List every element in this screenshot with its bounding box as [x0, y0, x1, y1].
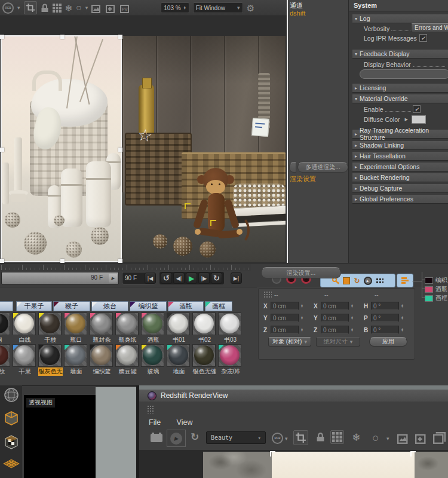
record-square-icon[interactable] — [343, 277, 350, 284]
section-material-override[interactable]: ▾Material Override — [352, 94, 448, 103]
rot-b-field[interactable]: 0 ° — [371, 326, 399, 334]
next-frame-button[interactable]: |▶ — [198, 272, 210, 284]
circle-mask-icon[interactable]: ○ — [372, 432, 379, 443]
timeline-ruler[interactable] — [0, 264, 251, 271]
viewport-label[interactable]: 透视视图 — [26, 398, 55, 407]
zoom-level-field[interactable]: 103 %▲▼ — [161, 2, 189, 13]
panel-divider[interactable] — [287, 0, 288, 263]
pos-x-field[interactable]: 0 cm — [271, 302, 299, 310]
image-compare-icon[interactable] — [397, 432, 410, 444]
section-bucket-rendering[interactable]: ▸Bucket Rendering — [352, 173, 448, 182]
ipr-checkbox[interactable]: ✓ — [419, 34, 427, 42]
material-item[interactable]: 墙面 — [64, 344, 88, 376]
layer-color-swatch[interactable] — [425, 277, 433, 284]
snowflake-freeze-icon[interactable]: ❄ — [352, 433, 360, 443]
enable-checkbox[interactable]: ✓ — [413, 105, 421, 113]
material-item[interactable]: 干枝 — [38, 312, 63, 344]
snapshot-icon[interactable] — [150, 432, 163, 444]
lock-icon[interactable] — [41, 4, 49, 13]
material-item[interactable]: 书02 — [192, 312, 217, 344]
rgb-channel-icon[interactable]: RGB — [272, 433, 283, 444]
refresh-icon[interactable]: ↻ — [191, 432, 199, 442]
material-item[interactable]: 酒瓶 — [141, 312, 165, 344]
material-item[interactable]: 玻璃 — [141, 344, 165, 376]
chevron-down-icon[interactable]: ▾ — [285, 436, 288, 442]
selection-handle[interactable] — [118, 259, 122, 263]
material-item[interactable]: 书01 — [167, 312, 191, 344]
textured-cube-icon[interactable] — [3, 434, 20, 451]
render-region-selection[interactable] — [1, 35, 122, 262]
material-item[interactable]: 银色无缝 — [192, 344, 217, 376]
layer-tab-bottle[interactable]: 酒瓶 — [168, 301, 204, 311]
selection-handle[interactable] — [0, 35, 4, 39]
timeline-scrubber[interactable]: 90 F ▶ — [1, 272, 119, 284]
pos-z-field[interactable]: 0 cm — [271, 326, 299, 334]
menu-view[interactable]: View — [177, 418, 193, 427]
section-log[interactable]: ▾Log — [352, 14, 448, 23]
jump-end-button[interactable]: ▶| — [231, 272, 242, 284]
chevron-down-icon[interactable]: ▾ — [17, 5, 20, 11]
rot-p-field[interactable]: 0 ° — [371, 314, 399, 322]
render-viewport[interactable]: ☆ — [0, 16, 287, 263]
cycle-icon[interactable]: ↻ — [354, 277, 360, 285]
render-settings-button[interactable]: 渲染设置... — [261, 267, 341, 278]
selection-handle[interactable] — [0, 148, 4, 152]
expand-arrow-icon[interactable]: ▶ — [405, 117, 408, 122]
circle-mask-icon[interactable]: ○ — [76, 3, 82, 13]
menu-file[interactable]: File — [149, 418, 161, 427]
image-layers-icon[interactable] — [433, 432, 446, 444]
material-item[interactable]: 杂志06 — [218, 344, 243, 376]
solo-layer-icon[interactable] — [397, 274, 413, 287]
selection-handle[interactable] — [60, 259, 65, 263]
section-experimental-options[interactable]: ▸Experimental Options — [352, 163, 448, 171]
image-add-icon[interactable] — [106, 3, 116, 13]
material-item[interactable]: 瓶封条 — [90, 312, 114, 344]
verbosity-dropdown[interactable]: Errors and W — [411, 23, 448, 32]
material-item[interactable]: 干果 — [13, 344, 37, 376]
lock-icon[interactable] — [316, 432, 325, 442]
layer-item[interactable]: 酒瓶 — [425, 285, 447, 293]
perspective-viewport[interactable]: 透视视图 — [24, 395, 96, 478]
window-titlebar[interactable]: Redshift RenderView — [139, 390, 448, 402]
material-item[interactable]: 木纹 — [0, 344, 11, 376]
diffuse-color-swatch[interactable] — [412, 115, 426, 124]
layer-item[interactable]: 编织 — [425, 276, 447, 284]
scale-y-field[interactable]: 0 cm — [321, 314, 349, 322]
crop-region-icon[interactable] — [293, 430, 308, 445]
material-item[interactable]: 编织篮 — [90, 344, 114, 376]
rot-h-field[interactable]: 0 ° — [371, 302, 399, 310]
render-settings-link[interactable]: 渲染设置 — [290, 174, 316, 183]
pass-selector-dropdown[interactable]: Beauty▾ — [206, 431, 266, 444]
dots-menu-icon[interactable] — [376, 278, 383, 283]
section-debug-capture[interactable]: ▸Debug Capture — [352, 184, 448, 192]
size-mode-dropdown[interactable]: 绝对尺寸▾ — [316, 337, 360, 347]
display-behavior-dropdown[interactable] — [360, 69, 448, 79]
toolbar-drag-handle[interactable] — [147, 405, 155, 413]
material-item[interactable]: 书03 — [218, 312, 243, 344]
chevron-down-icon[interactable]: ▾ — [85, 5, 88, 11]
section-shadow-linking[interactable]: ▸Shadow Linking — [352, 141, 448, 149]
snowflake-freeze-icon[interactable]: ❄ — [65, 4, 73, 13]
section-raytracing[interactable]: ▸Ray Tracing Acceleration Structure — [352, 130, 448, 138]
start-ipr-button[interactable]: ▶ — [167, 430, 186, 447]
grid-snap-icon[interactable] — [330, 430, 344, 444]
scrub-grip[interactable]: ▶ — [109, 274, 117, 283]
button-fragment[interactable] — [289, 162, 296, 173]
next-key-button[interactable]: ↻ — [211, 272, 222, 284]
layer-tab-basket[interactable]: 编织篮 — [130, 301, 167, 311]
section-hair-tessellation[interactable]: ▸Hair Tessellation — [352, 152, 448, 160]
layer-item[interactable]: 画框 — [425, 294, 447, 302]
layer-tab-monkey[interactable]: 猴子 — [53, 301, 90, 311]
material-item-selected[interactable]: 银灰色无 — [38, 344, 63, 376]
jump-start-button[interactable]: |◀ — [145, 272, 156, 284]
section-feedback-display[interactable]: ▾Feedback Display — [352, 50, 448, 58]
prev-key-button[interactable]: ↺ — [161, 272, 172, 284]
material-item[interactable]: 糖豆罐 — [115, 344, 140, 376]
clock-icon[interactable]: ▶ — [364, 277, 372, 285]
render-result-strip[interactable] — [139, 450, 448, 478]
mode-dropdown[interactable]: 对象 (相对)▾ — [268, 337, 311, 347]
crop-region-icon[interactable] — [24, 1, 37, 14]
apply-button[interactable]: 应用 — [369, 337, 407, 347]
grid-snap-icon[interactable] — [53, 4, 62, 13]
material-item[interactable]: 白线 — [13, 312, 37, 344]
